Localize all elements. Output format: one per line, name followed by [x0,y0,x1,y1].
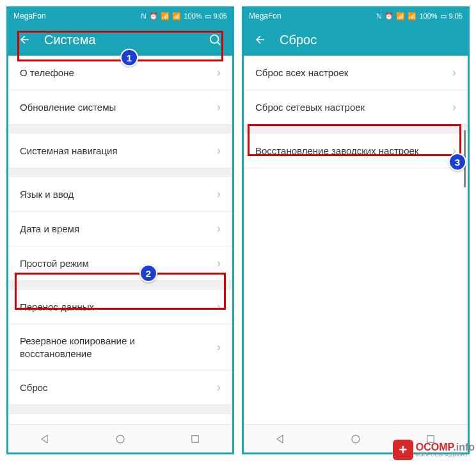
item-reset-network[interactable]: Сброс сетевых настроек › [244,90,468,125]
section-divider [8,405,232,414]
nav-back[interactable] [40,433,51,445]
signal-icon: 📶 [408,12,416,20]
chevron-right-icon: › [217,222,221,236]
item-reset-all[interactable]: Сброс всех настроек › [244,56,468,90]
clock: 9:05 [449,12,463,20]
chevron-right-icon: › [217,188,221,201]
svg-rect-2 [191,435,198,442]
watermark-brand-gray: .info [453,442,475,452]
item-language-input[interactable]: Язык и ввод › [8,177,232,212]
battery-percent: 100% [419,12,437,20]
status-bar: MegaFon ℕ ⏰ 📶 📶 100% ▭ 9:05 [244,8,468,24]
status-bar: MegaFon ℕ ⏰ 📶 📶 100% ▭ 9:05 [8,8,232,24]
status-right: ℕ ⏰ 📶 📶 100% ▭ 9:05 [376,12,463,20]
chevron-right-icon: › [217,340,221,355]
item-system-navigation[interactable]: Системная навигация › [8,134,232,168]
clock: 9:05 [214,12,227,20]
battery-icon: ▭ [205,12,211,20]
svg-point-0 [210,35,219,44]
svg-point-1 [116,435,124,443]
chevron-right-icon: › [217,257,221,270]
item-simple-mode[interactable]: Простой режим › [8,246,232,281]
carrier-label: MegaFon [249,12,282,20]
battery-percent: 100% [184,12,202,20]
item-data-transfer[interactable]: Перенос данных › [8,290,232,324]
step-badge-1: 1 [120,49,138,67]
header-title: Система [44,33,195,47]
list-item-label: Перенос данных [20,301,94,312]
list-item-label: Сброс сетевых настроек [255,102,365,113]
nav-back[interactable] [275,433,287,445]
list-item-label: Резервное копирование и восстановление [20,335,186,360]
settings-list: О телефоне › Обновление системы › Систем… [8,56,232,449]
carrier-label: MegaFon [13,12,46,20]
battery-icon: ▭ [440,12,447,20]
chevron-right-icon: › [217,66,221,79]
list-item-label: Дата и время [20,223,79,234]
section-divider [244,125,468,134]
wifi-icon: 📶 [161,12,170,20]
list-item-label: О телефоне [20,67,74,78]
svg-point-3 [352,435,360,443]
reset-list: Сброс всех настроек › Сброс сетевых наст… [244,56,468,168]
signal-icon: 📶 [172,12,181,20]
search-button[interactable] [208,33,222,47]
status-right: ℕ ⏰ 📶 📶 100% ▭ 9:05 [141,12,227,20]
list-item-label: Простой режим [20,258,89,269]
back-button[interactable] [254,33,267,46]
list-item-label: Системная навигация [20,145,118,156]
watermark-icon: + [393,440,413,460]
list-item-label: Восстановление заводских настроек [255,145,418,156]
chevron-right-icon: › [217,144,221,157]
chevron-right-icon: › [217,300,221,314]
list-item-label: Сброс [20,382,48,393]
list-item-label: Обновление системы [20,102,116,113]
wifi-icon: 📶 [396,12,405,20]
header-title: Сброс [280,33,457,47]
app-header: Система [8,24,232,56]
chevron-right-icon: › [452,100,456,114]
app-header: Сброс [244,24,468,56]
chevron-right-icon: › [452,66,456,79]
step-badge-3: 3 [448,153,466,171]
watermark-brand-red: OCOMP [416,442,453,452]
step-badge-2: 2 [139,264,157,282]
item-date-time[interactable]: Дата и время › [8,212,232,246]
section-divider [8,125,232,134]
nfc-icon: ℕ [376,12,382,20]
nav-recent[interactable] [189,433,201,445]
chevron-right-icon: › [217,100,221,114]
section-divider [8,281,232,290]
item-backup-restore[interactable]: Резервное копирование и восстановление › [8,324,232,371]
section-divider [8,168,232,177]
phone-screen-2: MegaFon ℕ ⏰ 📶 📶 100% ▭ 9:05 Сброс Сброс … [242,6,470,454]
item-system-update[interactable]: Обновление системы › [8,90,232,125]
watermark-text: OCOMP.info ВОПРОСЫ АДМИНУ [416,442,475,458]
nav-home[interactable] [115,433,126,445]
watermark: + OCOMP.info ВОПРОСЫ АДМИНУ [393,440,475,460]
back-button[interactable] [19,33,31,46]
item-reset[interactable]: Сброс › [8,371,232,405]
navigation-bar [8,424,232,452]
item-factory-reset[interactable]: Восстановление заводских настроек › [244,134,468,168]
alarm-icon: ⏰ [149,12,158,20]
chevron-right-icon: › [217,381,221,394]
list-item-label: Язык и ввод [20,189,74,200]
watermark-sub: ВОПРОСЫ АДМИНУ [416,452,475,458]
list-item-label: Сброс всех настроек [255,67,348,78]
nfc-icon: ℕ [141,12,147,20]
phone-screen-1: MegaFon ℕ ⏰ 📶 📶 100% ▭ 9:05 Система О те… [6,6,234,454]
nav-home[interactable] [350,433,361,445]
alarm-icon: ⏰ [385,12,393,20]
